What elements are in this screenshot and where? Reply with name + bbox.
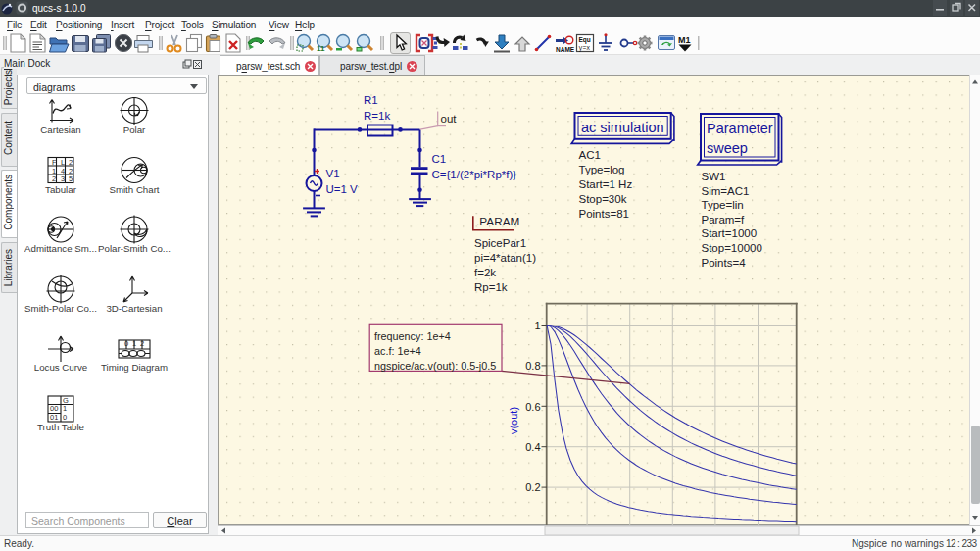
svg-text:5: 5	[69, 175, 73, 183]
svg-text:Timing Diagram: Timing Diagram	[101, 362, 168, 373]
svg-text:3: 3	[61, 175, 65, 183]
svg-text:M1: M1	[678, 35, 691, 45]
svg-text:Points=81: Points=81	[579, 208, 629, 220]
svg-text:NAME: NAME	[556, 46, 575, 53]
svg-text:0: 0	[124, 339, 128, 348]
svg-text:C={1/(2*pi*Rp*f)}: C={1/(2*pi*Rp*f)}	[432, 169, 517, 180]
svg-text:Type=lin: Type=lin	[702, 199, 744, 211]
svg-text:Start=1000: Start=1000	[702, 227, 758, 239]
svg-text:3D-Cartesian: 3D-Cartesian	[106, 303, 162, 314]
svg-text:0.4: 0.4	[525, 441, 540, 453]
svg-text:Truth Table: Truth Table	[37, 422, 84, 432]
svg-text:Sim=AC1: Sim=AC1	[702, 185, 750, 197]
svg-text:0.8: 0.8	[525, 360, 540, 372]
svg-text:2: 2	[69, 158, 73, 167]
svg-text:Cartesian: Cartesian	[40, 125, 80, 135]
svg-text:1: 1	[63, 404, 67, 413]
svg-text:Locus Curve: Locus Curve	[34, 362, 87, 373]
svg-text:L: L	[61, 158, 65, 167]
svg-text:C1: C1	[432, 153, 447, 165]
svg-text:ac simulation: ac simulation	[581, 120, 664, 135]
svg-text:0.6: 0.6	[525, 401, 540, 413]
svg-text:2: 2	[52, 175, 56, 183]
svg-text:Polar: Polar	[123, 125, 146, 135]
svg-text:SW1: SW1	[702, 171, 726, 182]
svg-text:Equ: Equ	[579, 36, 591, 44]
svg-text:F: F	[52, 158, 57, 167]
svg-text:Smith-Polar Co...: Smith-Polar Co...	[24, 303, 97, 314]
svg-text:.PARAM: .PARAM	[476, 215, 519, 228]
svg-text:Tabular: Tabular	[45, 184, 77, 195]
svg-text:pi=4*atan(1): pi=4*atan(1)	[474, 252, 536, 264]
svg-text:ngspice/ac.v(out): 0.5-j0.5: ngspice/ac.v(out): 0.5-j0.5	[374, 360, 496, 372]
svg-text:11: 11	[317, 44, 325, 53]
svg-text:Parameter: Parameter	[707, 121, 773, 136]
svg-text:Polar-Smith Co...: Polar-Smith Co...	[98, 243, 171, 254]
svg-text:R=1k: R=1k	[364, 110, 390, 122]
svg-text:SpicePar1: SpicePar1	[474, 237, 526, 249]
svg-text:0.2: 0.2	[525, 481, 540, 493]
svg-text:f=2k: f=2k	[474, 267, 496, 278]
svg-text:y=x: y=x	[579, 45, 591, 52]
svg-text:Smith Chart: Smith Chart	[109, 184, 159, 195]
svg-text:V1: V1	[326, 168, 340, 179]
svg-text:Admittance Sm...: Admittance Sm...	[24, 243, 97, 254]
svg-text:Type=log: Type=log	[579, 164, 625, 175]
svg-text:frequency: 1e+4: frequency: 1e+4	[374, 330, 451, 342]
svg-text:Points=4: Points=4	[702, 257, 747, 269]
svg-text:v(out): v(out)	[508, 407, 519, 434]
svg-text:ac.f: 1e+4: ac.f: 1e+4	[374, 345, 421, 357]
svg-text:Stop=30k: Stop=30k	[579, 193, 627, 205]
svg-text:00: 00	[50, 404, 58, 413]
svg-text:sweep: sweep	[707, 140, 748, 156]
svg-text:R1: R1	[364, 94, 378, 106]
svg-text:U=1 V: U=1 V	[326, 183, 359, 195]
svg-text:Stop=10000: Stop=10000	[702, 242, 762, 254]
svg-text:1: 1	[132, 339, 136, 348]
svg-text:2: 2	[140, 339, 144, 348]
svg-text:1: 1	[534, 320, 540, 331]
svg-text:Param=f: Param=f	[702, 214, 746, 225]
svg-text:AC1: AC1	[579, 149, 601, 161]
svg-text:Start=1 Hz: Start=1 Hz	[579, 178, 633, 190]
svg-text:Rp=1k: Rp=1k	[474, 281, 508, 293]
svg-text:out: out	[441, 113, 458, 125]
